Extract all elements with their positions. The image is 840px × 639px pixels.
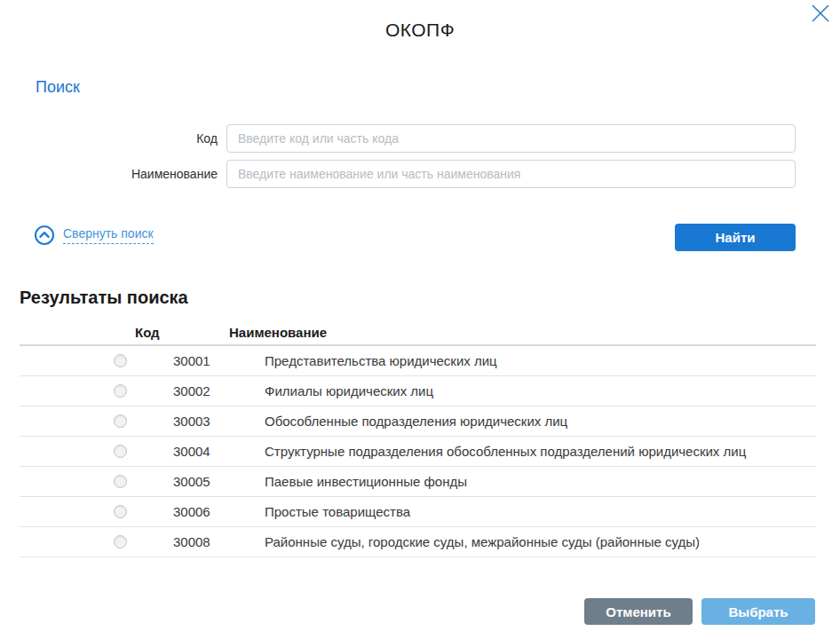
select-button[interactable]: Выбрать	[701, 598, 815, 625]
table-header-row: Код Наименование	[20, 323, 816, 346]
row-radio[interactable]	[114, 505, 127, 518]
chevron-up-circle-icon	[34, 225, 55, 246]
row-code: 30004	[173, 437, 210, 467]
row-name: Простые товарищества	[265, 497, 410, 527]
page-title: ОКОПФ	[0, 20, 840, 41]
table-row[interactable]: 30003 Обособленные подразделения юридиче…	[20, 406, 816, 437]
results-table: Код Наименование 30001 Представительства…	[20, 323, 816, 557]
row-code: 30006	[173, 497, 210, 527]
name-input[interactable]	[226, 160, 796, 188]
search-section-label: Поиск	[36, 78, 80, 97]
row-name: Представительства юридических лиц	[265, 346, 497, 376]
collapse-search-label: Свернуть поиск	[63, 226, 154, 244]
table-row[interactable]: 30008 Районные суды, городские суды, меж…	[20, 527, 816, 557]
name-field-label: Наименование	[0, 160, 218, 188]
code-field-label: Код	[0, 124, 218, 153]
row-radio[interactable]	[114, 475, 127, 488]
row-radio[interactable]	[114, 445, 127, 458]
column-header-code: Код	[135, 323, 160, 343]
row-name: Обособленные подразделения юридических л…	[265, 406, 567, 437]
okopf-dialog: ОКОПФ Поиск Код Наименование Свернуть по…	[0, 0, 840, 639]
row-radio[interactable]	[114, 384, 127, 398]
row-code: 30008	[173, 527, 210, 557]
cancel-button[interactable]: Отменить	[584, 598, 693, 625]
row-code: 30002	[173, 376, 210, 406]
table-row[interactable]: 30002 Филиалы юридических лиц	[20, 376, 816, 406]
table-row[interactable]: 30005 Паевые инвестиционные фонды	[20, 467, 816, 497]
table-row[interactable]: 30006 Простые товарищества	[20, 497, 816, 527]
column-header-name: Наименование	[229, 323, 327, 343]
row-name: Филиалы юридических лиц	[265, 376, 433, 406]
close-icon	[810, 13, 831, 27]
row-name: Районные суды, городские суды, межрайонн…	[265, 527, 700, 557]
row-radio[interactable]	[114, 414, 127, 428]
code-input[interactable]	[226, 124, 796, 153]
row-name: Структурные подразделения обособленных п…	[265, 437, 746, 467]
find-button[interactable]: Найти	[675, 224, 796, 251]
close-button[interactable]	[809, 3, 832, 26]
row-radio[interactable]	[114, 535, 127, 548]
collapse-search-link[interactable]: Свернуть поиск	[34, 225, 154, 246]
table-row[interactable]: 30004 Структурные подразделения обособле…	[20, 437, 816, 467]
row-code: 30001	[173, 346, 210, 376]
row-code: 30003	[173, 406, 210, 437]
row-name: Паевые инвестиционные фонды	[265, 467, 467, 497]
results-heading: Результаты поиска	[20, 288, 188, 308]
table-row[interactable]: 30001 Представительства юридических лиц	[20, 346, 816, 376]
row-radio[interactable]	[114, 354, 127, 367]
row-code: 30005	[173, 467, 210, 497]
